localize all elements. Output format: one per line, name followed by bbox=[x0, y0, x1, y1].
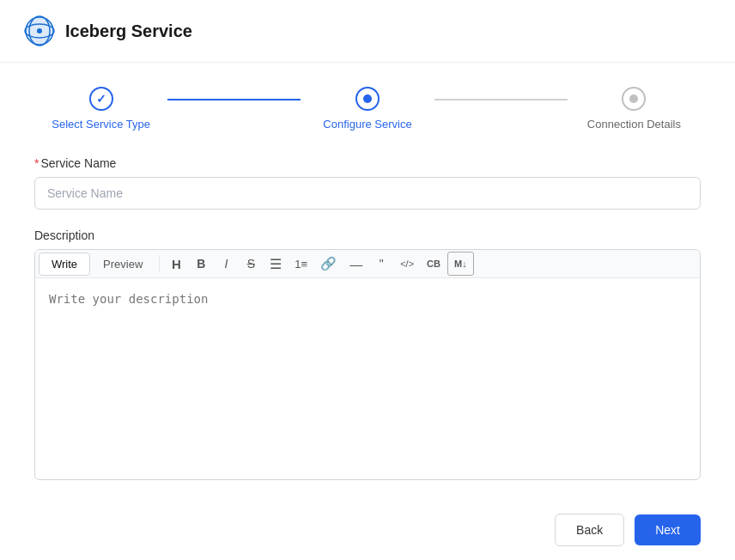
description-label: Description bbox=[34, 228, 701, 242]
service-name-input[interactable] bbox=[34, 177, 701, 210]
stepper: ✓ Select Service Type Configure Service … bbox=[0, 63, 735, 148]
tab-preview[interactable]: Preview bbox=[91, 253, 155, 275]
toolbar-markdown-btn[interactable]: M↓ bbox=[447, 252, 474, 276]
step-3-indicator bbox=[629, 94, 638, 103]
form-content: *Service Name Description Write Preview … bbox=[0, 148, 735, 506]
step-2-indicator bbox=[363, 94, 372, 103]
toolbar-codeblock-btn[interactable]: CB bbox=[421, 252, 446, 276]
step-2-label: Configure Service bbox=[323, 118, 411, 131]
toolbar-link-btn[interactable]: 🔗 bbox=[314, 252, 343, 276]
step-1-checkmark: ✓ bbox=[96, 92, 106, 106]
description-editor: Write Preview H B I S ☰ 1≡ 🔗 — " </> CB … bbox=[34, 249, 701, 480]
toolbar-italic-btn[interactable]: I bbox=[214, 252, 238, 276]
toolbar-bold-btn[interactable]: B bbox=[189, 252, 213, 276]
step-1-label: Select Service Type bbox=[52, 118, 150, 131]
app-header: Iceberg Service bbox=[0, 0, 735, 63]
toolbar-heading-btn[interactable]: H bbox=[164, 252, 188, 276]
service-name-field: *Service Name bbox=[34, 156, 701, 210]
description-textarea[interactable] bbox=[35, 278, 700, 476]
svg-point-3 bbox=[37, 28, 42, 33]
tab-write[interactable]: Write bbox=[39, 253, 90, 276]
toolbar-divider-btn[interactable]: — bbox=[343, 252, 368, 276]
step-select-service-type: ✓ Select Service Type bbox=[34, 87, 167, 131]
app-icon bbox=[24, 15, 55, 46]
toolbar-strikethrough-btn[interactable]: S bbox=[239, 252, 263, 276]
step-connection-details: Connection Details bbox=[568, 87, 701, 131]
service-name-label: *Service Name bbox=[34, 156, 701, 170]
step-3-label: Connection Details bbox=[587, 118, 681, 131]
toolbar-ordered-list-btn[interactable]: 1≡ bbox=[289, 252, 313, 276]
step-2-circle bbox=[355, 87, 380, 111]
toolbar-code-btn[interactable]: </> bbox=[394, 252, 420, 276]
connector-2 bbox=[434, 99, 568, 100]
app-title: Iceberg Service bbox=[65, 21, 192, 41]
step-3-circle bbox=[622, 87, 646, 111]
connector-1 bbox=[167, 99, 301, 100]
editor-toolbar: Write Preview H B I S ☰ 1≡ 🔗 — " </> CB … bbox=[35, 250, 700, 278]
description-field: Description Write Preview H B I S ☰ 1≡ 🔗… bbox=[34, 228, 701, 480]
form-footer: Back Next bbox=[0, 500, 735, 560]
toolbar-unordered-list-btn[interactable]: ☰ bbox=[264, 252, 288, 276]
back-button[interactable]: Back bbox=[555, 514, 624, 546]
step-1-circle: ✓ bbox=[89, 87, 113, 111]
toolbar-blockquote-btn[interactable]: " bbox=[369, 252, 393, 276]
next-button[interactable]: Next bbox=[635, 514, 701, 545]
step-configure-service: Configure Service bbox=[301, 87, 434, 131]
required-indicator: * bbox=[34, 156, 39, 170]
toolbar-separator bbox=[159, 255, 160, 272]
